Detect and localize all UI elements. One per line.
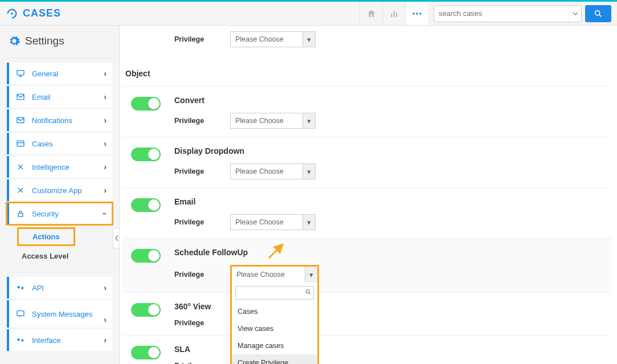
stats-icon[interactable] <box>382 2 405 25</box>
dropdown-option[interactable]: Manage cases <box>232 337 317 354</box>
privilege-select[interactable]: Please Choose▾ <box>230 163 316 179</box>
search-area <box>434 5 611 22</box>
privilege-label: Privilege <box>174 167 209 175</box>
search-icon <box>305 289 312 297</box>
caret-down-icon[interactable]: ▾ <box>303 32 315 47</box>
svg-point-7 <box>595 10 600 15</box>
privilege-select[interactable]: Please Choose ▾ <box>230 31 316 47</box>
chevron-right-icon: › <box>104 116 107 125</box>
top-privilege-row: Privilege Please Choose ▾ <box>123 26 611 55</box>
dropdown-search <box>232 283 317 303</box>
select-value: Please Choose <box>232 267 305 283</box>
row-title: Convert <box>174 96 606 105</box>
main-panel: Privilege Please Choose ▾ Object Convert… <box>120 26 617 364</box>
privilege-dropdown: Cases View cases Manage cases Create Pri… <box>230 283 319 364</box>
sidebar-item-cases[interactable]: Cases › <box>7 133 112 154</box>
select-value: Please Choose <box>231 215 303 230</box>
search-button[interactable] <box>585 5 611 22</box>
svg-rect-8 <box>17 71 24 75</box>
toggle-360-view[interactable] <box>131 303 161 317</box>
sidebar-sub-access-level[interactable]: Access Level <box>17 246 112 264</box>
privilege-label: Privilege <box>174 218 209 226</box>
chevron-right-icon: › <box>104 92 107 101</box>
dropdown-option[interactable]: View cases <box>232 320 317 337</box>
sidebar-collapse-handle[interactable] <box>113 228 120 248</box>
lock-icon <box>15 209 26 218</box>
row-schedule-followup: Schedule FollowUp Privilege Please Choos… <box>123 238 611 292</box>
privilege-label: Privilege <box>174 362 209 364</box>
privilege-label: Privilege <box>174 271 209 279</box>
caret-down-icon[interactable]: ▾ <box>303 215 315 230</box>
privilege-select[interactable]: Please Choose▾ <box>230 113 316 129</box>
brand-logo-icon <box>6 7 18 20</box>
sidebar-item-label: Email <box>32 93 104 101</box>
mail-icon <box>15 116 26 125</box>
sidebar-item-notifications[interactable]: Notifications › <box>7 109 112 131</box>
chevron-right-icon: › <box>104 186 107 195</box>
toggle-email[interactable] <box>131 198 161 212</box>
search-dropdown-caret[interactable] <box>568 5 582 22</box>
sidebar-sub-security: Actions Access Level <box>7 226 112 268</box>
divider <box>7 272 112 272</box>
top-bar: CASES <box>0 0 617 26</box>
privilege-select[interactable]: Please Choose ▾ <box>232 267 317 283</box>
select-value: Please Choose <box>231 32 303 47</box>
sidebar-item-email[interactable]: Email › <box>7 86 112 108</box>
sidebar-item-label: Interface <box>32 336 104 345</box>
sidebar-item-interface[interactable]: Interface › <box>7 329 112 351</box>
sidebar-item-general[interactable]: General › <box>7 63 112 84</box>
svg-rect-13 <box>17 311 24 316</box>
svg-point-4 <box>412 13 415 15</box>
caret-down-icon[interactable]: ▾ <box>303 113 315 128</box>
svg-rect-1 <box>391 14 392 17</box>
sidebar-item-system-messages[interactable]: System Messages › <box>7 300 112 328</box>
dropdown-option[interactable]: Cases <box>232 303 317 320</box>
toggle-display-dropdown[interactable] <box>131 148 161 161</box>
row-email: Email Privilege Please Choose▾ <box>123 187 611 238</box>
row-display-dropdown: Display Dropdown Privilege Please Choose… <box>123 137 611 187</box>
chevron-down-icon: › <box>101 212 110 215</box>
privilege-label: Privilege <box>174 117 209 125</box>
sidebar-sub-actions[interactable]: Actions <box>17 227 75 246</box>
sidebar-item-label: API <box>32 284 104 292</box>
sidebar-item-label: Intelligence <box>32 163 104 171</box>
dropdown-option[interactable]: Create Privilege <box>232 354 317 364</box>
monitor-icon <box>15 69 26 78</box>
select-value: Please Choose <box>231 113 303 128</box>
more-icon[interactable] <box>405 2 428 25</box>
sidebar-item-customize-app[interactable]: Customize App › <box>7 179 112 201</box>
toggle-convert[interactable] <box>131 97 161 111</box>
toggle-sla[interactable] <box>131 346 161 359</box>
plug-icon <box>15 283 26 292</box>
brand: CASES <box>6 7 61 20</box>
svg-rect-12 <box>18 213 23 216</box>
privilege-select[interactable]: Please Choose▾ <box>230 214 316 230</box>
divider <box>7 58 112 58</box>
row-title: Display Dropdown <box>174 146 606 156</box>
sidebar-item-label: Cases <box>32 140 104 148</box>
sidebar-item-api[interactable]: API › <box>7 277 112 298</box>
search-input[interactable] <box>434 5 582 22</box>
chevron-right-icon: › <box>104 69 107 78</box>
gear-icon <box>8 35 21 47</box>
toggle-schedule-followup[interactable] <box>131 249 161 263</box>
svg-rect-2 <box>393 11 394 17</box>
sidebar: Settings General › Email › Notifications… <box>0 26 120 364</box>
chevron-right-icon: › <box>104 162 107 171</box>
chevron-right-icon: › <box>104 139 107 148</box>
section-title-object: Object <box>123 55 611 86</box>
sidebar-item-intelligence[interactable]: Intelligence › <box>7 156 112 178</box>
dropdown-search-input[interactable] <box>235 286 314 300</box>
top-icon-group <box>359 2 428 25</box>
caret-down-icon[interactable]: ▾ <box>303 164 315 179</box>
sidebar-heading: Settings <box>7 32 112 54</box>
home-icon[interactable] <box>359 2 382 25</box>
caret-down-icon[interactable]: ▾ <box>305 267 317 283</box>
svg-point-14 <box>306 290 309 293</box>
sidebar-item-security[interactable]: Security › <box>7 203 112 224</box>
privilege-select-highlighted: Please Choose ▾ Cases <box>230 265 319 284</box>
svg-point-6 <box>419 13 422 15</box>
card-icon <box>15 139 26 148</box>
svg-rect-11 <box>17 141 24 146</box>
sidebar-item-label: Security <box>32 210 104 218</box>
